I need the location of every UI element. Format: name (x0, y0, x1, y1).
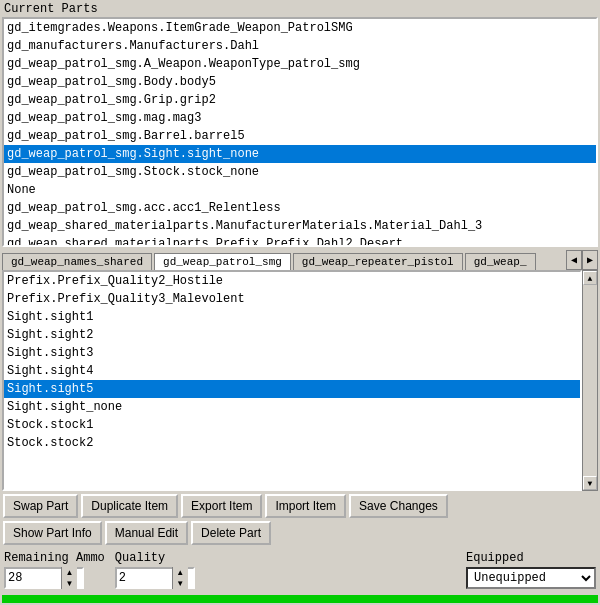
main-container: Current Parts gd_itemgrades.Weapons.Item… (0, 0, 600, 605)
current-parts-item[interactable]: gd_weap_shared_materialparts.Prefix.Pref… (4, 235, 596, 247)
equipped-select[interactable]: Unequipped Equipped (468, 569, 594, 587)
quality-group: Quality ▲ ▼ (115, 551, 195, 589)
current-parts-item[interactable]: gd_weap_patrol_smg.A_Weapon.WeaponType_p… (4, 55, 596, 73)
quality-label: Quality (115, 551, 195, 565)
tab-gd-weap-names-shared[interactable]: gd_weap_names_shared (2, 253, 152, 270)
current-parts-item[interactable]: gd_weap_patrol_smg.Barrel.barrel5 (4, 127, 596, 145)
manual-edit-button[interactable]: Manual Edit (105, 521, 188, 545)
duplicate-item-button[interactable]: Duplicate Item (81, 494, 178, 518)
parts-list-item[interactable]: Sight.sight4 (4, 362, 580, 380)
current-parts-item[interactable]: gd_weap_patrol_smg.Body.body5 (4, 73, 596, 91)
current-parts-item[interactable]: gd_weap_patrol_smg.Sight.sight_none (4, 145, 596, 163)
remaining-ammo-up-button[interactable]: ▲ (62, 567, 77, 578)
remaining-ammo-input[interactable] (6, 569, 61, 587)
current-parts-list[interactable]: gd_itemgrades.Weapons.ItemGrade_Weapon_P… (2, 17, 598, 247)
equipped-label: Equipped (466, 551, 596, 565)
current-parts-item[interactable]: gd_weap_shared_materialparts.Manufacture… (4, 217, 596, 235)
tab-gd-weap-[interactable]: gd_weap_ (465, 253, 536, 270)
scrollbar-up-button[interactable]: ▲ (583, 271, 597, 285)
quality-input[interactable] (117, 569, 172, 587)
button-row-1: Swap PartDuplicate ItemExport ItemImport… (2, 494, 598, 518)
tab-row: gd_weap_names_sharedgd_weap_patrol_smggd… (2, 250, 598, 270)
show-part-info-button[interactable]: Show Part Info (3, 521, 102, 545)
parts-list-item[interactable]: Sight.sight2 (4, 326, 580, 344)
current-parts-item[interactable]: gd_itemgrades.Weapons.ItemGrade_Weapon_P… (4, 19, 596, 37)
current-parts-item[interactable]: gd_manufacturers.Manufacturers.Dahl (4, 37, 596, 55)
current-parts-label: Current Parts (2, 2, 598, 16)
current-parts-item[interactable]: gd_weap_patrol_smg.Stock.stock_none (4, 163, 596, 181)
button-row-2: Show Part InfoManual EditDelete Part (2, 521, 598, 545)
remaining-ammo-group: Remaining Ammo ▲ ▼ (4, 551, 105, 589)
parts-list-item[interactable]: Sight.sight5 (4, 380, 580, 398)
quality-spinner-btns: ▲ ▼ (172, 567, 188, 589)
parts-list[interactable]: Prefix.Prefix_Quality2_HostilePrefix.Pre… (2, 270, 582, 491)
equipped-select-wrapper[interactable]: Unequipped Equipped (466, 567, 596, 589)
remaining-ammo-down-button[interactable]: ▼ (62, 578, 77, 589)
scrollbar-down-button[interactable]: ▼ (583, 476, 597, 490)
tab-gd-weap-patrol-smg[interactable]: gd_weap_patrol_smg (154, 253, 291, 270)
delete-part-button[interactable]: Delete Part (191, 521, 271, 545)
current-parts-item[interactable]: gd_weap_patrol_smg.acc.acc1_Relentless (4, 199, 596, 217)
remaining-ammo-spinner[interactable]: ▲ ▼ (4, 567, 84, 589)
quality-down-button[interactable]: ▼ (173, 578, 188, 589)
parts-list-item[interactable]: Sight.sight3 (4, 344, 580, 362)
tab-scroll-left-button[interactable]: ◀ (566, 250, 582, 270)
save-changes-button[interactable]: Save Changes (349, 494, 448, 518)
remaining-ammo-spinner-btns: ▲ ▼ (61, 567, 77, 589)
quality-up-button[interactable]: ▲ (173, 567, 188, 578)
parts-list-item[interactable]: Stock.stock2 (4, 434, 580, 452)
import-item-button[interactable]: Import Item (265, 494, 346, 518)
equipped-group: Equipped Unequipped Equipped (466, 551, 596, 589)
quality-spinner[interactable]: ▲ ▼ (115, 567, 195, 589)
tab-gd-weap-repeater-pistol[interactable]: gd_weap_repeater_pistol (293, 253, 463, 270)
current-parts-item[interactable]: None (4, 181, 596, 199)
parts-list-item[interactable]: Prefix.Prefix_Quality2_Hostile (4, 272, 580, 290)
swap-part-button[interactable]: Swap Part (3, 494, 78, 518)
bottom-fields-row: Remaining Ammo ▲ ▼ Quality ▲ ▼ Equipped (2, 549, 598, 591)
parts-list-item[interactable]: Sight.sight_none (4, 398, 580, 416)
tabs-container: gd_weap_names_sharedgd_weap_patrol_smggd… (2, 250, 598, 491)
parts-list-item[interactable]: Prefix.Prefix_Quality3_Malevolent (4, 290, 580, 308)
current-parts-item[interactable]: gd_weap_patrol_smg.mag.mag3 (4, 109, 596, 127)
parts-list-item[interactable]: Sight.sight1 (4, 308, 580, 326)
green-bar (2, 595, 598, 603)
tab-scroll-area: gd_weap_names_sharedgd_weap_patrol_smggd… (2, 252, 566, 270)
export-item-button[interactable]: Export Item (181, 494, 262, 518)
tab-scroll-right-button[interactable]: ▶ (582, 250, 598, 270)
current-parts-item[interactable]: gd_weap_patrol_smg.Grip.grip2 (4, 91, 596, 109)
remaining-ammo-label: Remaining Ammo (4, 551, 105, 565)
parts-list-item[interactable]: Stock.stock1 (4, 416, 580, 434)
